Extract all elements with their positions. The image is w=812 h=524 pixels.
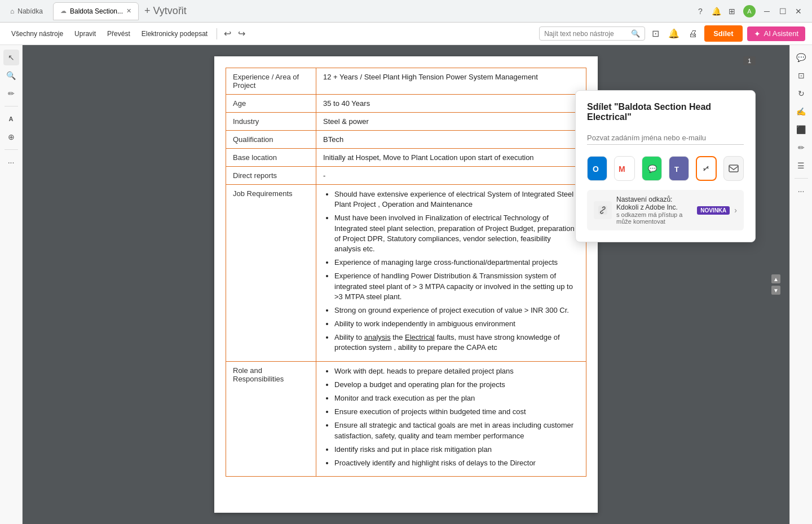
svg-text:O: O [593,165,599,174]
crop-icon[interactable]: ⊡ [793,68,809,83]
ai-button[interactable]: ✦ AI Asistent [747,26,805,41]
bell-icon[interactable]: 🔔 [712,7,721,16]
rotate-icon[interactable]: ↻ [793,86,809,101]
sign-btn[interactable]: Elektronicky podepsat [137,28,212,40]
industry-label: Industry [226,113,316,131]
scroll-up-btn[interactable]: ▲ [771,274,780,283]
teams-share-btn[interactable]: T [669,156,689,181]
search-wrap[interactable]: 🔍 [539,26,645,41]
table-row: Age 35 to 40 Years [226,95,586,113]
document: Experience / Area of Project 12 + Years … [214,56,598,513]
list-item: Ensure all strategic and tactical goals … [334,420,579,441]
home-icon: ⌂ [10,7,14,15]
svg-rect-8 [729,165,738,172]
svg-text:T: T [674,165,679,174]
ai-icon: ✦ [754,29,761,38]
svg-text:💬: 💬 [648,164,657,174]
browser-icons: ? 🔔 ⊞ A ─ ☐ ✕ [696,5,807,17]
right-sidebar: 💬 ⊡ ↻ ✍ ⬛ ✏ ☰ ··· [789,45,812,524]
new-tab-btn[interactable]: + Vytvořit [141,5,190,17]
minimize-btn[interactable]: ─ [762,7,771,16]
list-item: Experience of handling Power Distributio… [334,271,579,302]
job-table: Experience / Area of Project 12 + Years … [226,68,586,477]
organize-icon[interactable]: ☰ [793,158,809,174]
industry-value: Steel & power [316,113,586,131]
copy-link-btn[interactable] [696,156,717,181]
list-item: Develop a budget and operating plan for … [334,380,579,390]
share-invite-input[interactable] [587,131,744,145]
edit-btn[interactable]: Upravit [70,28,100,40]
scroll-controls: ▲ ▼ [771,274,780,295]
scan-icon[interactable]: ⊡ [650,26,661,41]
job-requirements-row: Job Requirements Should have extensive e… [226,185,586,362]
experience-label: Experience / Area of Project [226,68,316,95]
redo-icon[interactable]: ↪ [236,26,248,41]
gmail-share-btn[interactable]: M [614,156,634,181]
notification-icon[interactable]: 🔔 [666,26,682,41]
whatsapp-share-btn[interactable]: 💬 [642,156,662,181]
tab-close-btn[interactable]: ✕ [126,7,131,15]
cloud-icon: ☁ [60,7,67,15]
list-item: Work with dept. heads to prepare detaile… [334,366,579,376]
list-item: Ensure execution of projects within budg… [334,407,579,417]
undo-icon[interactable]: ↩ [222,26,233,41]
apps-icon[interactable]: ⊞ [727,7,736,16]
nabidka-tab[interactable]: ⌂ Nabídka [5,5,48,17]
edit-pdf-icon[interactable]: ✏ [793,140,809,156]
sidebar-separator-1 [5,106,18,106]
search-input[interactable] [544,30,629,38]
all-tools-btn[interactable]: Všechny nástroje [7,28,68,40]
age-label: Age [226,95,316,113]
ai-label: AI Asistent [764,29,798,38]
base-location-label: Base location [226,149,316,167]
right-more-icon[interactable]: ··· [793,183,809,199]
more-tools-icon[interactable]: ··· [3,154,19,170]
active-tab[interactable]: ☁ Baldota Section... ✕ [53,2,139,20]
stamp-icon[interactable]: ⊕ [3,129,19,145]
scroll-down-btn[interactable]: ▼ [771,286,780,295]
signature-icon[interactable]: ✍ [793,104,809,119]
role-row: Role and Responsibilities Work with dept… [226,361,586,477]
role-label: Role and Responsibilities [226,361,316,477]
gmail-icon: M [617,162,631,175]
whatsapp-icon: 💬 [645,162,659,175]
list-item: Proactively identify and highlight risks… [334,458,579,468]
share-link-main: Nastavení odkazů: Kdokoli z Adobe Inc. [616,196,692,211]
annotate-icon[interactable]: ✏ [3,86,19,101]
close-btn[interactable]: ✕ [794,7,803,16]
toolbar: Všechny nástroje Upravit Převést Elektro… [0,23,812,45]
search-area: 🔍 ⊡ 🔔 🖨 Sdílet ✦ AI Asistent [539,25,805,42]
right-sidebar-sep [795,178,808,179]
browser-chrome: ⌂ Nabídka ☁ Baldota Section... ✕ + Vytvo… [0,0,812,23]
text-tool-icon[interactable]: A [3,111,19,127]
search-tool-icon[interactable]: 🔍 [3,68,19,83]
share-popup-title: Sdílet "Baldota Section Head Electrical" [587,102,744,122]
outlook-share-btn[interactable]: O [587,156,607,181]
table-row: Experience / Area of Project 12 + Years … [226,68,586,95]
link-icon [700,163,712,174]
avatar[interactable]: A [743,5,756,17]
redact-icon[interactable]: ⬛ [793,122,809,137]
comment-icon[interactable]: 💬 [793,50,809,65]
qualification-value: BTech [316,131,586,149]
search-icon: 🔍 [631,29,640,38]
list-item: Ability to analysis the Electrical fault… [334,332,579,353]
select-tool-icon[interactable]: ↖ [3,50,19,65]
more-share-btn[interactable] [723,156,744,181]
svg-text:M: M [619,165,625,174]
share-button[interactable]: Sdílet [704,25,742,42]
list-item: Experience of managing large cross-funct… [334,257,579,268]
page-indicator: 1 [743,56,756,65]
share-link-arrow-icon[interactable]: › [734,206,737,215]
job-requirements-label: Job Requirements [226,185,316,362]
share-link-text: Nastavení odkazů: Kdokoli z Adobe Inc. s… [616,196,692,225]
share-popup: Sdílet "Baldota Section Head Electrical"… [575,90,756,242]
share-link-section[interactable]: Nastavení odkazů: Kdokoli z Adobe Inc. s… [587,190,744,230]
outlook-icon: O [590,162,604,175]
maximize-btn[interactable]: ☐ [778,7,787,16]
print-icon[interactable]: 🖨 [686,26,700,41]
help-icon[interactable]: ? [696,7,705,16]
convert-btn[interactable]: Převést [103,28,135,40]
left-sidebar: ↖ 🔍 ✏ A ⊕ ··· [0,45,23,524]
content-area[interactable]: Experience / Area of Project 12 + Years … [23,45,789,524]
